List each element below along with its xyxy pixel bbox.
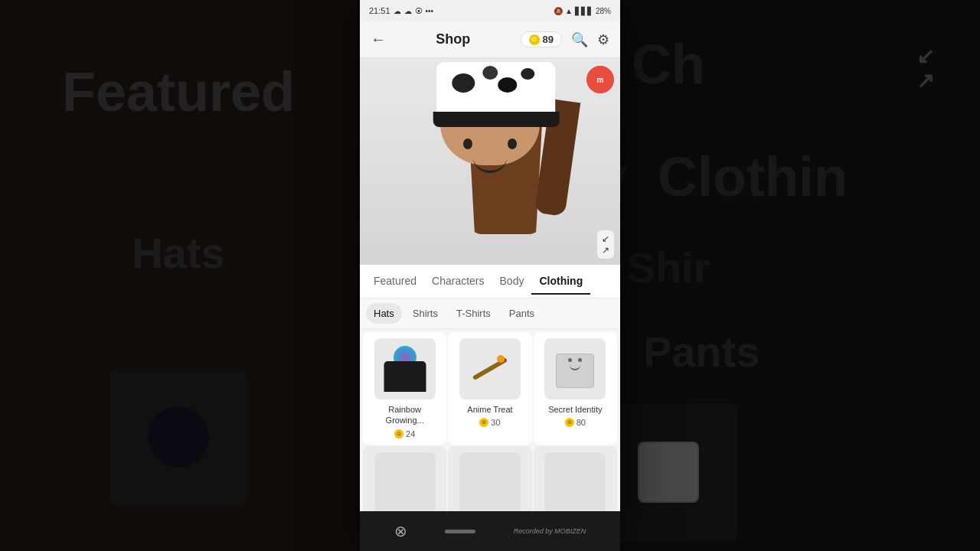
wand-tip [497, 355, 505, 363]
status-left: 21:51 ☁ ☁ ⦿ ••• [369, 6, 433, 15]
back-button[interactable]: ← [371, 31, 386, 48]
item-name-box: Secret Identity [548, 404, 602, 415]
item-price-box: ⊙ 80 [565, 418, 586, 427]
tab-clothing[interactable]: Clothing [531, 269, 590, 295]
bottom-nav: ⊗ Recorded by MOBIZEN [360, 511, 620, 551]
rainbow-hat-visual [382, 346, 428, 392]
currency-amount: 89 [543, 34, 554, 45]
price-value-box: 80 [577, 418, 586, 427]
price-value-wand: 30 [491, 418, 500, 427]
expand-arrow: ↗ [602, 245, 609, 256]
nav-icons: ⊙ 89 🔍 ⚙ [521, 31, 609, 48]
cloud-icon-2: ☁ [404, 7, 412, 15]
status-time: 21:51 [369, 6, 390, 15]
bg-featured-text: Featured [62, 60, 295, 123]
subtab-hats[interactable]: Hats [366, 303, 402, 324]
item-price-rainbow: ⊙ 24 [394, 429, 415, 439]
more-dots-icon: ••• [426, 7, 434, 15]
settings-icon[interactable]: ⚙ [597, 31, 609, 48]
close-icon: ⊗ [394, 522, 407, 540]
bg-clothing-partial: Clothin [658, 145, 848, 208]
bg-item-preview-right [599, 403, 737, 541]
item-image-empty-1 [374, 452, 436, 511]
box-face [564, 358, 586, 373]
robux-coin-icon: ⊙ [529, 34, 540, 45]
price-value-rainbow: 24 [406, 429, 415, 439]
hat-spot-1 [452, 73, 475, 93]
item-card-box[interactable]: Secret Identity ⊙ 80 [534, 332, 617, 445]
item-name-wand: Anime Treat [467, 404, 512, 415]
currency-badge: ⊙ 89 [521, 31, 562, 47]
item-card-wand[interactable]: Anime Treat ⊙ 30 [448, 332, 531, 445]
tab-characters[interactable]: Characters [424, 269, 492, 295]
phone-container: 21:51 ☁ ☁ ⦿ ••• 🔕 ▲ ▋▋▋ 89 28% ← Shop ⊙ … [360, 0, 620, 551]
top-nav: ← Shop ⊙ 89 🔍 ⚙ [360, 21, 620, 58]
recorded-text: Recorded by MOBIZEN [514, 527, 586, 535]
bg-shirts-partial: Shir [627, 243, 710, 292]
hat-spot-4 [521, 68, 534, 80]
item-card-empty-2[interactable] [448, 446, 531, 511]
subtab-tshirts[interactable]: T-Shirts [449, 303, 498, 324]
avatar-eye-right [508, 139, 517, 149]
bg-left: Featured Hats [0, 0, 357, 551]
zoom-in-arrow: ↙ [916, 46, 934, 67]
item-image-empty-3 [544, 452, 606, 511]
bottom-home-button[interactable]: Recorded by MOBIZEN [514, 527, 586, 535]
box-visual [552, 346, 598, 392]
price-coin-1: ⊙ [394, 429, 403, 439]
items-grid: Rainbow Growing... ⊙ 24 Anime Treat ⊙ 30 [360, 329, 620, 511]
hat-brim [433, 112, 560, 127]
mute-icon: 🔕 [554, 7, 563, 15]
item-card-rainbow[interactable]: Rainbow Growing... ⊙ 24 [363, 332, 446, 445]
box-body [556, 354, 594, 388]
zoom-arrows: ↙ ↗ [916, 46, 934, 92]
zoom-out-arrow: ↗ [916, 70, 934, 92]
battery-text: 28% [596, 7, 611, 15]
menu-pill [445, 530, 475, 533]
item-image-rainbow [374, 338, 436, 399]
item-image-empty-2 [459, 452, 521, 511]
bg-characters-partial: Ch [632, 33, 705, 96]
category-tabs: Featured Characters Body Clothing [360, 265, 620, 298]
bg-hats-text: Hats [132, 228, 224, 278]
page-title: Shop [436, 31, 470, 47]
search-icon[interactable]: 🔍 [571, 31, 588, 48]
item-card-empty-1[interactable] [363, 446, 446, 511]
bg-pants-text: Pants [643, 327, 760, 377]
box-mouth [570, 364, 580, 370]
item-image-wand [459, 338, 521, 399]
subtab-shirts[interactable]: Shirts [405, 303, 446, 324]
item-price-wand: ⊙ 30 [479, 418, 500, 427]
price-coin-3: ⊙ [565, 418, 574, 427]
status-bar: 21:51 ☁ ☁ ⦿ ••• 🔕 ▲ ▋▋▋ 89 28% [360, 0, 620, 21]
roblox-badge: m [586, 66, 614, 93]
expand-button[interactable]: ↙ ↗ [597, 230, 614, 259]
character-preview: m ↙ ↗ [360, 58, 620, 265]
avatar-eye-left [463, 139, 472, 149]
collapse-arrow: ↙ [602, 233, 609, 244]
box-eye-left [568, 358, 572, 362]
box-eye-right [578, 358, 582, 362]
box-eyes [568, 358, 582, 362]
price-coin-2: ⊙ [479, 418, 488, 427]
location-icon: ⦿ [415, 7, 423, 15]
bottom-menu-button[interactable] [445, 530, 475, 533]
item-card-empty-3[interactable] [534, 446, 617, 511]
cloud-icon: ☁ [394, 7, 401, 15]
tab-featured[interactable]: Featured [366, 269, 424, 295]
hat-spot-2 [482, 66, 498, 80]
item-image-box [544, 338, 606, 399]
sub-tabs: Hats Shirts T-Shirts Pants [360, 298, 620, 329]
tab-body[interactable]: Body [492, 269, 532, 295]
wand-visual [467, 346, 513, 392]
rh-body [384, 361, 426, 392]
signal-icon: ▋▋▋ [575, 7, 593, 15]
avatar-eyes [463, 139, 517, 149]
hat-spot-3 [498, 77, 517, 93]
bg-item-preview-left [109, 368, 247, 506]
item-name-rainbow: Rainbow Growing... [369, 404, 440, 426]
bottom-close-button[interactable]: ⊗ [394, 522, 407, 540]
subtab-pants[interactable]: Pants [501, 303, 542, 324]
status-right: 🔕 ▲ ▋▋▋ 89 28% [554, 7, 611, 15]
wifi-icon: ▲ [565, 7, 573, 15]
